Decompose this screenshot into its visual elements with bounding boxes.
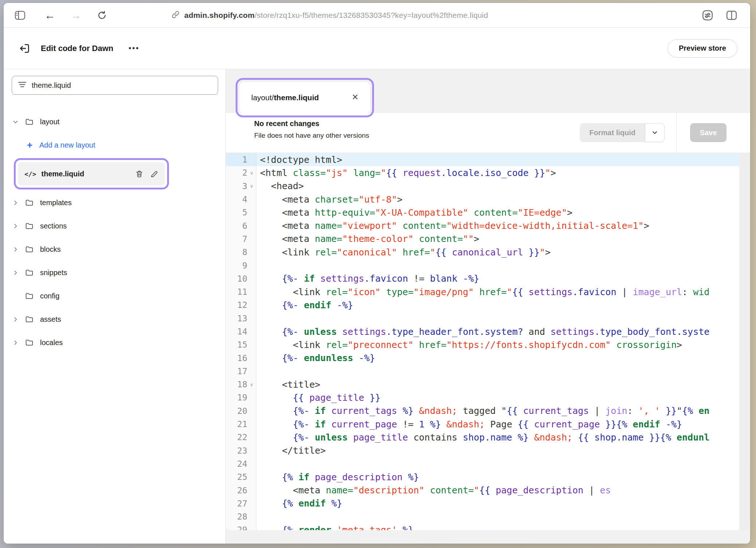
format-options-dropdown[interactable]: [645, 123, 665, 142]
fold-toggle-icon[interactable]: ∨: [249, 183, 255, 189]
code-line-22[interactable]: 22 {%- unless page_title contains shop.n…: [226, 431, 750, 444]
code-line-3[interactable]: 3∨ <head>: [226, 180, 750, 193]
chevron-right-icon[interactable]: [12, 200, 19, 206]
code-line-26[interactable]: 26 <meta name="description" content="{{ …: [226, 484, 750, 497]
sidebar-folder-assets[interactable]: assets: [4, 308, 225, 331]
code-line-20[interactable]: 20 {%- if current_tags %} &ndash; tagged…: [226, 404, 750, 418]
code-line-28[interactable]: 28: [226, 510, 750, 523]
save-button[interactable]: Save: [690, 123, 727, 142]
file-search-input[interactable]: [32, 81, 212, 90]
chevron-right-icon[interactable]: [12, 316, 19, 322]
delete-file-icon[interactable]: [135, 170, 143, 178]
code-line-24[interactable]: 24: [226, 457, 750, 470]
chevron-right-icon[interactable]: [12, 223, 19, 229]
line-number-gutter: 10: [226, 272, 256, 285]
sidebar-folder-config[interactable]: config: [4, 284, 225, 308]
fold-toggle-icon[interactable]: ∨: [249, 170, 255, 176]
line-number-gutter: 27: [226, 497, 256, 510]
line-number-gutter: 17: [226, 365, 256, 378]
line-number-gutter: 12: [226, 298, 256, 312]
chevron-right-icon[interactable]: [12, 246, 19, 253]
code-line-text: <html class="js" lang="{{ request.locale…: [256, 168, 556, 178]
add-layout-label: Add a new layout: [39, 141, 95, 149]
add-new-layout-button[interactable]: +Add a new layout: [4, 133, 225, 157]
split-view-icon[interactable]: [725, 9, 738, 21]
code-line-18[interactable]: 18∨ <title>: [226, 378, 750, 391]
chevron-right-icon[interactable]: [12, 270, 19, 276]
folder-icon: [25, 222, 34, 231]
code-line-15[interactable]: 15 <link rel="preconnect" href="https://…: [226, 338, 750, 351]
code-line-text: <link rel="icon" type="image/png" href="…: [256, 287, 709, 297]
sidebar-folder-snippets[interactable]: snippets: [4, 261, 225, 284]
editor-scrollbar-track[interactable]: [739, 153, 750, 530]
code-line-21[interactable]: 21 {%- if current_page != 1 %} &ndash; P…: [226, 418, 750, 431]
code-file-icon: </>: [24, 170, 36, 178]
page-settings-icon[interactable]: [701, 9, 714, 21]
exit-editor-icon[interactable]: [18, 42, 31, 55]
more-actions-button[interactable]: •••: [129, 44, 139, 52]
browser-toolbar: ← → admin.shopify.com/store/rzq1xu-f5/th…: [4, 3, 750, 28]
code-line-9[interactable]: 9: [226, 259, 750, 272]
line-number-gutter: 13: [226, 312, 256, 325]
code-line-25[interactable]: 25 {% if page_description %}: [226, 470, 750, 484]
file-name-label: theme.liquid: [42, 170, 130, 178]
browser-sidebar-toggle-icon[interactable]: [15, 11, 25, 20]
tab-theme-liquid[interactable]: layout/theme.liquid ×: [240, 82, 370, 113]
preview-store-button[interactable]: Preview store: [668, 39, 737, 58]
code-line-11[interactable]: 11 <link rel="icon" type="image/png" hre…: [226, 285, 750, 298]
code-line-16[interactable]: 16 {%- endunless -%}: [226, 351, 750, 364]
sidebar-folder-layout[interactable]: layout: [4, 110, 225, 133]
line-number: 24: [237, 459, 247, 469]
folder-icon: [25, 291, 34, 301]
address-bar[interactable]: admin.shopify.com/store/rzq1xu-f5/themes…: [171, 10, 488, 20]
line-number: 13: [237, 314, 247, 323]
code-line-29[interactable]: 29 {% render 'meta-tags' %}: [226, 523, 750, 530]
code-line-text: </title>: [256, 445, 326, 456]
sidebar-folder-locales[interactable]: locales: [4, 331, 225, 354]
code-line-text: {%- endunless -%}: [256, 353, 375, 363]
reload-button[interactable]: [97, 10, 107, 20]
sidebar-folder-blocks[interactable]: blocks: [4, 238, 225, 261]
folder-name-label: snippets: [40, 269, 67, 277]
plus-icon: +: [27, 140, 39, 151]
code-line-4[interactable]: 4 <meta charset="utf-8">: [226, 193, 750, 206]
code-line-1[interactable]: 1<!doctype html>: [226, 153, 750, 166]
sidebar-folder-templates[interactable]: templates: [4, 191, 225, 214]
chevron-down-icon[interactable]: [12, 119, 19, 125]
code-line-10[interactable]: 10 {%- if settings.favicon != blank -%}: [226, 272, 750, 285]
fold-toggle-icon[interactable]: ∨: [249, 382, 255, 387]
format-liquid-button[interactable]: Format liquid: [580, 123, 645, 142]
line-number-gutter: 11: [226, 285, 256, 298]
sidebar-file-theme-liquid[interactable]: </>theme.liquid: [18, 162, 165, 185]
code-line-2[interactable]: 2∨<html class="js" lang="{{ request.loca…: [226, 166, 750, 179]
line-number: 28: [237, 512, 247, 521]
code-line-6[interactable]: 6 <meta name="viewport" content="width=d…: [226, 219, 750, 232]
back-button[interactable]: ←: [44, 10, 55, 21]
line-number: 7: [242, 234, 247, 244]
code-line-5[interactable]: 5 <meta http-equiv="X-UA-Compatible" con…: [226, 206, 750, 219]
sidebar-folder-sections[interactable]: sections: [4, 214, 225, 238]
line-number-gutter: 26: [226, 484, 256, 497]
url-host: admin.shopify.com: [184, 11, 255, 19]
code-line-13[interactable]: 13: [226, 312, 750, 325]
line-number: 3: [242, 181, 247, 191]
file-filter-box[interactable]: [12, 76, 218, 95]
code-line-17[interactable]: 17: [226, 365, 750, 378]
chevron-right-icon[interactable]: [12, 340, 19, 346]
code-editor[interactable]: 1<!doctype html>2∨<html class="js" lang=…: [226, 153, 750, 530]
code-line-23[interactable]: 23 </title>: [226, 444, 750, 457]
code-line-14[interactable]: 14 {%- unless settings.type_header_font.…: [226, 325, 750, 338]
code-line-27[interactable]: 27 {% endif %}: [226, 497, 750, 510]
code-line-8[interactable]: 8 <link rel="canonical" href="{{ canonic…: [226, 246, 750, 259]
code-line-12[interactable]: 12 {%- endif -%}: [226, 298, 750, 312]
forward-button[interactable]: →: [71, 10, 82, 21]
code-line-19[interactable]: 19 {{ page_title }}: [226, 391, 750, 404]
line-number-gutter: 8: [226, 246, 256, 259]
rename-file-icon[interactable]: [150, 170, 158, 178]
code-line-7[interactable]: 7 <meta name="theme-color" content="">: [226, 232, 750, 246]
tab-close-icon[interactable]: ×: [352, 91, 358, 102]
version-status-subtitle: File does not have any other versions: [254, 132, 750, 140]
filter-icon: [18, 81, 27, 90]
folder-name-label: assets: [40, 315, 61, 324]
folder-icon: [25, 245, 34, 254]
